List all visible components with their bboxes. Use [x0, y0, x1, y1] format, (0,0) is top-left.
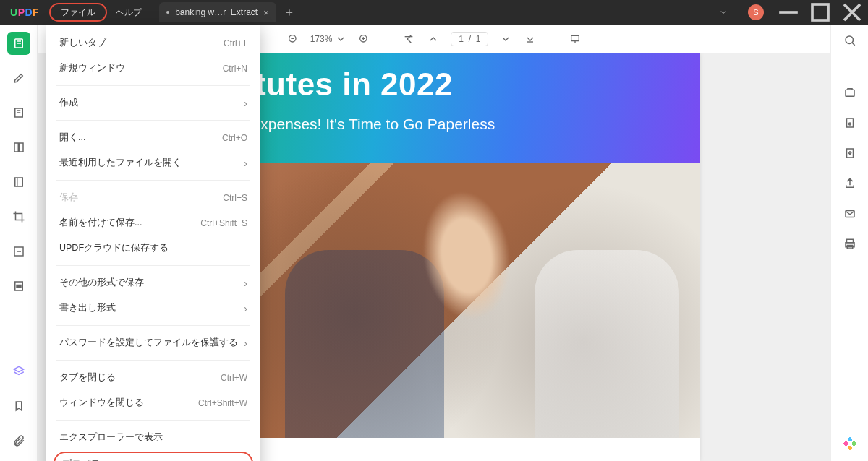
menu-save-as[interactable]: 名前を付けて保存... Ctrl+Shift+S [46, 210, 260, 236]
menu-reveal-explorer[interactable]: エクスプローラーで表示 [46, 425, 260, 450]
file-menu-dropdown: 新しいタブ Ctrl+T 新規ウィンドウ Ctrl+N 作成 › 開く... C… [46, 25, 260, 461]
page-counter[interactable]: 1 / 1 [451, 32, 488, 46]
attachment-icon[interactable] [7, 429, 30, 452]
menu-shortcut: Ctrl+T [224, 38, 247, 48]
print-icon[interactable] [843, 237, 857, 251]
chevron-right-icon: › [244, 337, 247, 349]
next-page-icon[interactable] [498, 32, 513, 46]
svg-rect-26 [846, 90, 854, 96]
window-minimize-icon[interactable] [773, 0, 804, 25]
menu-open[interactable]: 開く... Ctrl+O [46, 125, 260, 150]
app-logo: UPDF [0, 7, 49, 18]
menu-shortcut: Ctrl+Shift+W [198, 398, 247, 408]
svg-rect-10 [14, 178, 22, 186]
svg-point-24 [846, 36, 854, 44]
tab-close-icon[interactable]: × [263, 7, 269, 18]
menu-item-label: エクスプローラーで表示 [59, 431, 163, 444]
bookmark-icon[interactable] [7, 395, 30, 418]
menu-close-tab[interactable]: タブを閉じる Ctrl+W [46, 365, 260, 390]
document-subtitle: No More Expenses! It's Time to Go Paperl… [188, 116, 680, 133]
reader-mode-icon[interactable] [7, 32, 30, 55]
menu-item-label: 名前を付けて保存... [59, 217, 142, 229]
menu-item-label: 作成 [59, 97, 78, 109]
menu-item-label: 書き出し形式 [59, 302, 116, 314]
tab-modified-dot-icon [166, 11, 169, 14]
svg-rect-8 [14, 143, 18, 152]
document-title: Institutes in 2022 [188, 66, 680, 103]
svg-rect-1 [812, 4, 828, 20]
window-maximize-icon[interactable] [804, 0, 836, 25]
document-tab[interactable]: banking w…r_Extract × [159, 2, 276, 22]
svg-point-28 [848, 123, 851, 125]
export-icon[interactable] [843, 146, 857, 160]
organize-pages-icon[interactable] [7, 171, 30, 194]
menu-help[interactable]: ヘルプ [107, 0, 150, 25]
menu-create[interactable]: 作成 › [46, 90, 260, 116]
menu-save-cloud[interactable]: UPDFクラウドに保存する [46, 236, 260, 261]
menu-item-label: プロパティ... [62, 458, 116, 461]
zoom-value: 173% [310, 34, 333, 44]
svg-line-25 [852, 43, 855, 46]
menu-item-label: UPDFクラウドに保存する [59, 242, 169, 254]
menu-item-label: 新規ウィンドウ [59, 62, 125, 74]
svg-marker-14 [14, 366, 24, 372]
menu-item-label: 保存 [59, 191, 78, 204]
window-controls: S [707, 0, 868, 25]
prev-page-icon[interactable] [426, 32, 441, 46]
menu-item-label: その他の形式で保存 [59, 277, 144, 289]
window-dropdown-icon[interactable] [707, 0, 739, 25]
presentation-icon[interactable] [568, 32, 582, 46]
menu-save-other-format[interactable]: その他の形式で保存 › [46, 270, 260, 296]
menu-item-label: 最近利用したファイルを開く [59, 157, 182, 169]
menu-item-label: パスワードを設定してファイルを保護する [59, 337, 238, 349]
zoom-out-icon[interactable] [286, 32, 300, 46]
menu-properties[interactable]: プロパティ... Ctrl+D [54, 452, 253, 461]
right-toolbar [830, 25, 868, 461]
menu-item-label: タブを閉じる [59, 371, 116, 384]
menu-new-tab[interactable]: 新しいタブ Ctrl+T [46, 30, 260, 56]
window-close-icon[interactable] [836, 0, 868, 25]
zoom-in-icon[interactable] [357, 32, 371, 46]
menu-open-recent[interactable]: 最近利用したファイルを開く › [46, 150, 260, 176]
left-toolbar [0, 25, 38, 461]
layers-icon[interactable] [7, 360, 30, 383]
menu-shortcut: Ctrl+S [223, 193, 247, 203]
search-icon[interactable] [843, 33, 857, 48]
menu-export-format[interactable]: 書き出し形式 › [46, 296, 260, 321]
new-tab-button[interactable]: ＋ [284, 5, 295, 20]
first-page-icon[interactable] [401, 32, 416, 46]
titlebar: UPDF ファイル ヘルプ banking w…r_Extract × ＋ S [0, 0, 868, 25]
crop-icon[interactable] [7, 205, 30, 228]
svg-rect-9 [19, 143, 22, 152]
chevron-right-icon: › [244, 303, 247, 314]
svg-rect-13 [17, 285, 21, 288]
menu-new-window[interactable]: 新規ウィンドウ Ctrl+N [46, 56, 260, 81]
ai-assistant-icon[interactable] [843, 436, 857, 451]
convert-icon[interactable] [843, 85, 857, 100]
compress-icon[interactable] [843, 116, 857, 130]
user-avatar[interactable]: S [748, 4, 764, 20]
chevron-down-icon [335, 33, 346, 45]
svg-rect-22 [571, 35, 579, 40]
ocr-icon[interactable] [7, 240, 30, 263]
last-page-icon[interactable] [523, 32, 537, 46]
menu-shortcut: Ctrl+Shift+S [200, 218, 247, 228]
tab-title: banking w…r_Extract [175, 7, 258, 17]
menu-shortcut: Ctrl+N [223, 64, 247, 74]
email-icon[interactable] [843, 207, 857, 221]
share-icon[interactable] [843, 176, 857, 191]
page-layout-icon[interactable] [7, 136, 30, 159]
edit-text-icon[interactable] [7, 101, 30, 124]
chevron-right-icon: › [244, 158, 247, 169]
menu-protect[interactable]: パスワードを設定してファイルを保護する › [46, 330, 260, 356]
zoom-level[interactable]: 173% [310, 33, 347, 45]
chevron-right-icon: › [244, 277, 247, 289]
redact-icon[interactable] [7, 275, 30, 298]
annotate-icon[interactable] [7, 66, 30, 90]
menu-item-label: ウィンドウを閉じる [59, 397, 144, 409]
menu-shortcut: Ctrl+W [221, 373, 247, 383]
menu-file[interactable]: ファイル [49, 3, 107, 22]
chevron-right-icon: › [244, 98, 247, 109]
menu-item-label: 開く... [59, 132, 85, 144]
menu-close-window[interactable]: ウィンドウを閉じる Ctrl+Shift+W [46, 390, 260, 415]
